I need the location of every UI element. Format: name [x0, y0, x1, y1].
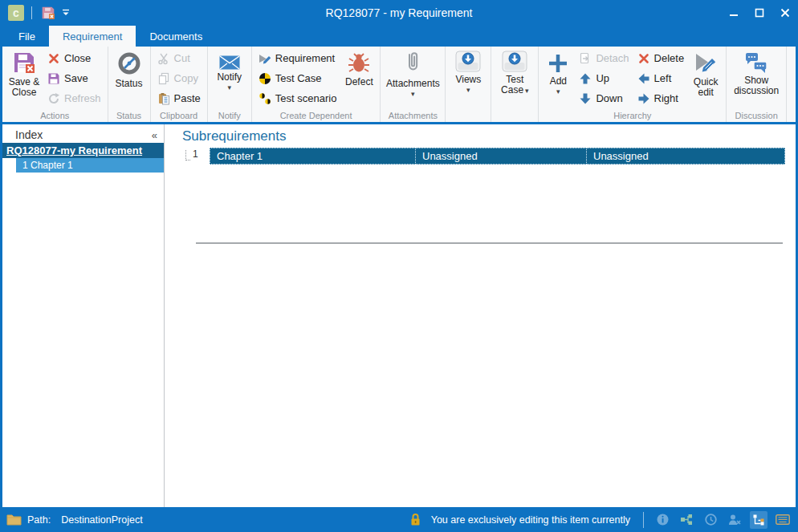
refresh-button[interactable]: Refresh — [43, 88, 105, 108]
save-close-button[interactable]: Save & Close — [5, 48, 43, 98]
attachments-paperclip-icon — [401, 51, 425, 76]
content-area: Index « RQ128077-my Requirement 1 Chapte… — [2, 124, 796, 507]
index-panel-header: Index « — [2, 124, 164, 143]
ribbon-group-attachments: Attachments ▾ Attachments — [381, 47, 446, 122]
save-button[interactable]: Save — [43, 68, 105, 88]
copy-icon — [157, 72, 170, 85]
cell-assignee-1[interactable]: Unassigned — [415, 148, 587, 164]
create-test-scenario-label: Test scenario — [275, 92, 337, 104]
left-button[interactable]: Left — [633, 68, 689, 88]
quick-edit-button[interactable]: Quick edit — [688, 48, 723, 98]
roles-button[interactable] — [726, 511, 743, 529]
keyboard-icon — [776, 514, 790, 525]
maximize-button[interactable] — [747, 0, 772, 26]
tab-requirement[interactable]: Requirement — [49, 26, 136, 47]
simple-format-button[interactable]: Simple format — [789, 48, 796, 98]
requirement-pencil-icon — [259, 52, 271, 65]
test-case-caret-icon: ▾ — [525, 87, 529, 95]
cut-label: Cut — [174, 52, 190, 64]
app-icon[interactable]: c — [8, 5, 24, 21]
right-button[interactable]: Right — [633, 88, 689, 108]
status-bar: Path: DestinationProject You are exclusi… — [0, 507, 798, 532]
group-label-format: Format — [789, 110, 796, 122]
save-icon — [47, 72, 60, 85]
create-test-case-button[interactable]: Test Case — [254, 68, 341, 88]
tab-file[interactable]: File — [5, 26, 49, 47]
create-test-case-label: Test Case — [275, 72, 322, 84]
simple-format-label: Simple format — [791, 77, 796, 98]
ribbon-group-actions: Save & Close Close — [2, 47, 108, 122]
refresh-icon — [47, 92, 60, 105]
group-label-test-case — [494, 110, 535, 122]
create-test-scenario-button[interactable]: Test scenario — [254, 88, 341, 108]
add-button[interactable]: Add ▾ — [541, 48, 575, 95]
collapse-panel-icon[interactable]: « — [152, 130, 157, 140]
paste-button[interactable]: Paste — [153, 88, 205, 108]
ribbon-group-notify: Notify ▾ Notify — [208, 47, 252, 122]
down-button[interactable]: Down — [575, 88, 633, 108]
main-area: Subrequirements 1 Chapter 1 Unassigned U… — [165, 124, 796, 507]
window-controls — [721, 0, 798, 26]
notify-button[interactable]: Notify ▾ — [210, 48, 249, 91]
tree-item-root[interactable]: RQ128077-my Requirement — [2, 143, 164, 158]
qat-dropdown-button[interactable] — [57, 3, 75, 22]
ribbon-group-status: Status Status — [108, 47, 151, 122]
subrequirement-row[interactable]: Chapter 1 Unassigned Unassigned — [210, 148, 784, 164]
tree-item-chapter[interactable]: 1 Chapter 1 — [16, 158, 164, 173]
minimize-icon — [729, 8, 739, 18]
ribbon-group-create-dependent: Requirement Test Cas — [252, 47, 381, 122]
ribbon: Save & Close Close — [2, 47, 796, 124]
user-roles-icon — [728, 514, 741, 526]
notify-label: Notify — [217, 72, 242, 83]
keyboard-button[interactable] — [774, 511, 792, 529]
delete-button[interactable]: Delete — [633, 48, 689, 68]
qat-save-icon — [41, 6, 55, 20]
index-panel-title: Index — [15, 128, 43, 141]
structure-button[interactable] — [678, 511, 695, 529]
up-button[interactable]: Up — [575, 68, 633, 88]
test-case-views-button[interactable]: Test Case▾ — [494, 48, 535, 96]
cell-name[interactable]: Chapter 1 — [210, 148, 416, 164]
views-button[interactable]: Views ▾ — [448, 48, 488, 93]
create-requirement-label: Requirement — [275, 52, 335, 64]
status-button[interactable]: Status — [111, 48, 148, 89]
title-bar: c RQ128077 - my Requirement — [0, 0, 798, 26]
left-label: Left — [654, 72, 672, 84]
create-requirement-button[interactable]: Requirement — [254, 48, 341, 68]
copy-button[interactable]: Copy — [153, 68, 205, 88]
refresh-label: Refresh — [64, 92, 101, 104]
detach-button[interactable]: Detach — [575, 48, 633, 68]
attachments-caret-icon: ▾ — [411, 91, 415, 97]
create-defect-button[interactable]: Defect — [340, 48, 377, 87]
down-arrow-icon — [579, 92, 592, 105]
left-arrow-icon — [637, 72, 650, 85]
paste-label: Paste — [174, 92, 201, 104]
status-path: Path: DestinationProject — [6, 514, 143, 526]
ribbon-group-views: Views ▾ — [446, 47, 491, 122]
show-discussion-button[interactable]: Show discussion — [729, 48, 784, 96]
group-label-clipboard: Clipboard — [153, 110, 205, 122]
qat-save-button[interactable] — [39, 3, 57, 22]
close-button[interactable]: Close — [43, 48, 105, 68]
up-label: Up — [596, 72, 609, 84]
tab-documents[interactable]: Documents — [136, 26, 216, 47]
views-label: Views — [455, 75, 481, 85]
attachments-button[interactable]: Attachments ▾ — [383, 48, 442, 97]
history-button[interactable] — [702, 511, 719, 529]
right-arrow-icon — [637, 92, 650, 105]
close-window-icon — [780, 8, 790, 18]
right-label: Right — [654, 92, 678, 104]
cell-assignee-2[interactable]: Unassigned — [586, 148, 785, 164]
lock-icon — [409, 513, 421, 526]
ribbon-group-clipboard: Cut Copy — [151, 47, 208, 122]
window-frame: Save & Close Close — [0, 47, 798, 507]
cut-button[interactable]: Cut — [153, 48, 205, 68]
minimize-button[interactable] — [721, 0, 747, 26]
info-button[interactable] — [653, 511, 671, 529]
hierarchy-view-button[interactable] — [750, 511, 767, 529]
close-window-button[interactable] — [772, 0, 798, 26]
status-right: You are exclusively editing this item cu… — [409, 511, 792, 529]
subrequirement-row-number: 1 — [185, 148, 198, 164]
group-label-hierarchy: Hierarchy — [541, 110, 723, 122]
add-caret-icon: ▾ — [556, 88, 560, 95]
